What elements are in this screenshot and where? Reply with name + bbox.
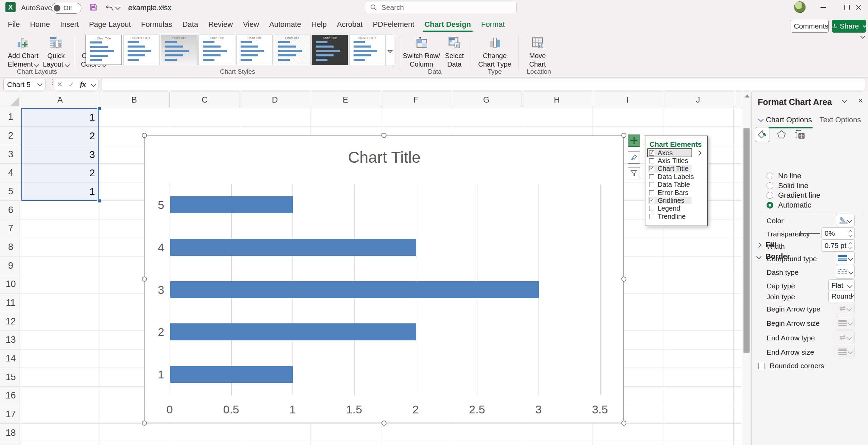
row-header-4[interactable]: 4 [0,164,21,182]
cancel-icon[interactable]: ✕ [57,81,63,89]
radio-gradient-line[interactable]: Gradient line [767,191,820,200]
chart-resize-handle[interactable] [621,133,626,138]
tab-pdfelement[interactable]: PDFelement [368,17,419,32]
cell-A3[interactable]: 3 [21,145,95,164]
pane-close-icon[interactable] [857,97,864,104]
select-data-button[interactable]: Select Data [442,35,467,69]
checkbox[interactable] [649,182,654,187]
tab-text-options[interactable]: Text Options [819,115,861,124]
row-header-1[interactable]: 1 [0,108,21,127]
dash-type-dropdown[interactable] [836,265,855,279]
column-header-C[interactable]: C [170,92,240,108]
fill-line-icon[interactable] [755,127,770,142]
style-thumb-6[interactable]: Chart Title [274,35,310,65]
begin-arrow-size-dropdown[interactable] [836,316,855,330]
chart-resize-handle[interactable] [142,277,147,282]
tab-acrobat[interactable]: Acrobat [332,17,368,32]
row-header-19[interactable]: 19 [0,442,21,445]
row-header-9[interactable]: 9 [0,256,21,275]
chart-object[interactable]: Chart Title00.511.522.533.512345 [144,135,624,423]
comments-button[interactable]: Comments [791,20,829,33]
tab-automate[interactable]: Automate [264,17,306,32]
size-properties-icon[interactable] [793,127,808,142]
tab-view[interactable]: View [238,17,264,32]
tab-help[interactable]: Help [306,17,332,32]
gallery-more-button[interactable] [385,35,394,66]
autosave-toggle[interactable]: Off [52,3,81,14]
checkbox[interactable] [649,150,654,156]
checkbox[interactable] [649,206,654,211]
collapse-ribbon-icon[interactable] [856,33,867,41]
checkbox[interactable] [649,190,654,195]
column-header-J[interactable]: J [663,92,733,108]
style-thumb-7[interactable]: Chart Title [312,35,348,65]
style-thumb-4[interactable]: Chart Title [199,35,235,65]
chart-resize-handle[interactable] [381,133,386,138]
vertical-scrollbar[interactable] [742,92,751,445]
style-thumb-8[interactable]: CHART TITLE [349,35,386,65]
style-thumb-5[interactable]: Chart Title [236,35,273,65]
end-arrow-size-dropdown[interactable] [836,345,855,358]
row-header-13[interactable]: 13 [0,331,21,350]
transparency-spinner[interactable]: 0% [822,227,855,239]
switch-row-column-button[interactable]: Switch Row/ Column [402,35,440,69]
chart-styles-button[interactable] [628,152,640,164]
chart-elements-item-data-table[interactable]: Data Table [648,181,692,189]
tab-insert[interactable]: Insert [55,17,84,32]
bar-category-1[interactable] [170,366,293,383]
join-type-select[interactable]: Round [828,290,855,302]
bar-category-4[interactable] [170,239,416,256]
tab-review[interactable]: Review [203,17,238,32]
style-thumb-1[interactable]: Chart Title [86,35,122,65]
enter-icon[interactable]: ✓ [68,81,74,89]
row-header-7[interactable]: 7 [0,219,21,238]
column-header-H[interactable]: H [522,92,592,108]
chart-elements-item-axes[interactable]: Axes [648,149,692,157]
cell-A4[interactable]: 2 [21,164,95,182]
end-arrow-type-dropdown[interactable]: ⇄ [836,331,855,344]
chevron-down-icon[interactable] [91,82,96,87]
row-header-17[interactable]: 17 [0,405,21,424]
style-thumb-3[interactable]: Chart Title [161,35,197,65]
row-header-10[interactable]: 10 [0,275,21,294]
style-thumb-2[interactable]: CHART TITLE [123,35,160,65]
chart-elements-item-axis-titles[interactable]: Axis Titles [648,157,692,164]
color-dropdown[interactable]: ✎ [836,214,855,226]
select-all-corner[interactable] [0,92,21,108]
quick-layout-button[interactable]: Quick Layout [43,35,69,69]
column-header-I[interactable]: I [592,92,663,108]
tab-file[interactable]: File [3,17,25,32]
close-button[interactable] [849,0,868,15]
pane-collapse-icon[interactable] [843,99,846,102]
width-spinner[interactable]: 0.75 pt [822,239,855,252]
chart-elements-item-error-bars[interactable]: Error Bars [648,189,692,196]
excel-app-icon[interactable]: X [5,2,16,12]
tab-chart-design[interactable]: Chart Design [419,17,476,32]
chart-elements-item-legend[interactable]: Legend [648,205,692,212]
compound-type-dropdown[interactable] [836,251,855,265]
slider-thumb[interactable] [800,231,801,236]
begin-arrow-type-dropdown[interactable]: ⇄ [836,302,855,315]
tab-home[interactable]: Home [25,17,55,32]
cell-A5[interactable]: 1 [21,182,95,201]
row-header-3[interactable]: 3 [0,145,21,164]
row-header-12[interactable]: 12 [0,312,21,331]
spinner-arrows[interactable] [849,231,852,236]
bar-category-2[interactable] [170,323,416,340]
cell-A2[interactable]: 2 [21,127,95,145]
chart-elements-item-trendline[interactable]: Trendline [648,213,692,220]
row-header-6[interactable]: 6 [0,201,21,219]
chart-elements-item-chart-title[interactable]: Chart Title [648,165,692,173]
bar-category-5[interactable] [170,196,293,213]
formula-bar-grip[interactable]: ⋮ [49,81,51,89]
name-box[interactable]: Chart 5 [3,79,45,90]
radio-no-line[interactable]: No line [767,172,801,180]
row-header-8[interactable]: 8 [0,238,21,257]
row-header-14[interactable]: 14 [0,350,21,368]
selection-handle[interactable] [97,107,101,110]
chart-resize-handle[interactable] [621,277,626,282]
column-header-E[interactable]: E [310,92,381,108]
column-header-G[interactable]: G [451,92,522,108]
radio-automatic[interactable]: Automatic [767,201,811,210]
insert-function-icon[interactable]: fx [80,80,86,89]
